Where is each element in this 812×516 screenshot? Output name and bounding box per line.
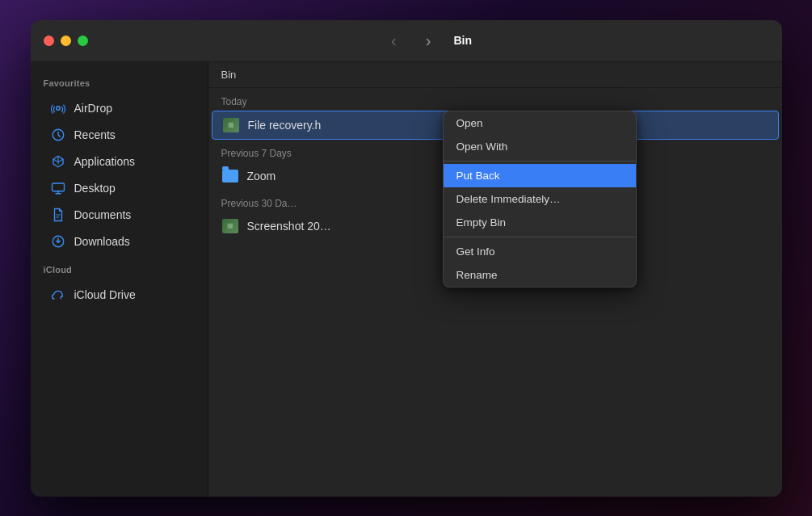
recents-label: Recents xyxy=(74,128,116,141)
desktop-icon xyxy=(50,180,66,196)
context-open-with[interactable]: Open With xyxy=(444,135,636,158)
sidebar-item-airdrop[interactable]: AirDrop xyxy=(37,95,201,121)
icloud-drive-label: iCloud Drive xyxy=(74,288,136,301)
back-icon: ‹ xyxy=(391,31,397,50)
applications-icon xyxy=(50,153,66,170)
finder-window: ‹ › Bin Favourites AirDrop xyxy=(31,20,782,497)
window-title: Bin xyxy=(453,34,472,47)
context-put-back[interactable]: Put Back xyxy=(444,164,636,187)
zoom-label: Zoom xyxy=(247,170,276,182)
screenshot-icon: ▦ xyxy=(221,217,239,235)
favourites-label: Favourites xyxy=(31,75,208,94)
breadcrumb: Bin xyxy=(208,62,782,88)
svg-point-0 xyxy=(56,106,60,110)
separator-2 xyxy=(444,237,636,237)
context-get-info[interactable]: Get Info xyxy=(444,240,636,263)
sidebar: Favourites AirDrop xyxy=(31,62,208,497)
file-recovery-name: File recovery.h xyxy=(248,119,322,132)
svg-rect-2 xyxy=(52,183,64,191)
airdrop-icon xyxy=(50,100,66,116)
context-menu: Open Open With Put Back Delete Immediate… xyxy=(443,111,637,287)
today-header: Today xyxy=(208,88,782,111)
sidebar-item-downloads[interactable]: Downloads xyxy=(37,229,201,254)
icloud-icon xyxy=(50,287,66,303)
maximize-button[interactable] xyxy=(78,36,88,46)
main-content: Favourites AirDrop xyxy=(31,62,782,497)
context-delete-immediately[interactable]: Delete Immediately… xyxy=(444,187,636,211)
recents-icon xyxy=(50,127,66,143)
context-rename[interactable]: Rename xyxy=(444,263,636,287)
sidebar-item-icloud-drive[interactable]: iCloud Drive xyxy=(37,282,201,308)
desktop-label: Desktop xyxy=(74,182,116,195)
applications-label: Applications xyxy=(74,155,136,168)
documents-label: Documents xyxy=(74,208,132,221)
zoom-folder-icon xyxy=(221,167,239,185)
forward-button[interactable]: › xyxy=(419,28,438,53)
minimize-button[interactable] xyxy=(61,36,71,46)
downloads-label: Downloads xyxy=(74,235,130,248)
file-pane: Bin Today ▦ File recovery.h Previous 7 D… xyxy=(208,62,782,497)
traffic-lights xyxy=(44,36,88,46)
airdrop-label: AirDrop xyxy=(74,102,112,115)
separator-1 xyxy=(444,161,636,162)
icloud-label: iCloud xyxy=(31,262,208,281)
sidebar-item-recents[interactable]: Recents xyxy=(37,122,201,148)
context-open[interactable]: Open xyxy=(444,111,636,135)
documents-icon xyxy=(50,207,66,223)
downloads-icon xyxy=(50,233,66,250)
titlebar-center: ‹ › Bin xyxy=(88,28,769,53)
sidebar-item-applications[interactable]: Applications xyxy=(37,149,201,174)
forward-icon: › xyxy=(426,31,431,50)
screenshot-name: Screenshot 20… xyxy=(247,220,331,233)
context-empty-bin[interactable]: Empty Bin xyxy=(444,211,636,234)
back-button[interactable]: ‹ xyxy=(385,28,403,53)
sidebar-item-desktop[interactable]: Desktop xyxy=(37,175,201,201)
close-button[interactable] xyxy=(44,36,54,46)
titlebar: ‹ › Bin xyxy=(31,20,782,62)
sidebar-item-documents[interactable]: Documents xyxy=(37,202,201,228)
file-recovery-icon: ▦ xyxy=(222,116,240,134)
